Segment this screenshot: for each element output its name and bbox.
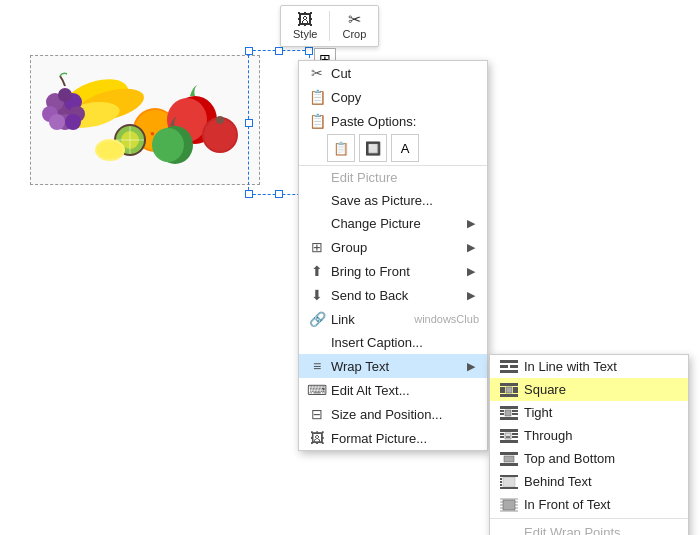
in-front-text-icon bbox=[498, 498, 520, 512]
svg-rect-37 bbox=[500, 394, 518, 397]
svg-rect-42 bbox=[500, 413, 504, 415]
submenu-inline-text[interactable]: In Line with Text bbox=[490, 355, 688, 378]
wrap-text-arrow: ▶ bbox=[467, 360, 475, 373]
paste-options-label: Paste Options: bbox=[331, 114, 475, 129]
top-bottom-label: Top and Bottom bbox=[524, 451, 676, 466]
menu-item-copy[interactable]: 📋 Copy bbox=[299, 85, 487, 109]
handle-bottom-middle[interactable] bbox=[275, 190, 283, 198]
menu-item-wrap-text[interactable]: ≡ Wrap Text ▶ In Line with Text Squa bbox=[299, 354, 487, 378]
menu-item-insert-caption[interactable]: Insert Caption... bbox=[299, 331, 487, 354]
paste-merge-formatting[interactable]: 🔲 bbox=[359, 134, 387, 162]
svg-rect-34 bbox=[500, 387, 505, 393]
watermark-text: windowsClub bbox=[414, 313, 479, 325]
svg-rect-61 bbox=[500, 487, 518, 489]
svg-rect-56 bbox=[503, 477, 515, 487]
svg-rect-33 bbox=[500, 383, 518, 386]
bring-front-label: Bring to Front bbox=[331, 264, 459, 279]
style-icon: 🖼 bbox=[297, 12, 313, 28]
svg-rect-57 bbox=[500, 475, 518, 477]
top-bottom-icon bbox=[498, 452, 520, 466]
alt-text-label: Edit Alt Text... bbox=[331, 383, 475, 398]
paste-icon: 📋 bbox=[307, 113, 327, 129]
svg-point-11 bbox=[58, 88, 72, 102]
inline-label: In Line with Text bbox=[524, 359, 676, 374]
wrap-text-icon: ≡ bbox=[307, 358, 327, 374]
inline-icon bbox=[498, 360, 520, 374]
menu-item-paste-options-label: 📋 Paste Options: bbox=[299, 109, 487, 131]
svg-rect-32 bbox=[500, 370, 518, 373]
style-button[interactable]: 🖼 Style bbox=[289, 10, 321, 42]
submenu-tight[interactable]: Tight bbox=[490, 401, 688, 424]
cut-icon: ✂ bbox=[307, 65, 327, 81]
menu-item-cut[interactable]: ✂ Cut bbox=[299, 61, 487, 85]
handle-top-left[interactable] bbox=[245, 47, 253, 55]
behind-text-label: Behind Text bbox=[524, 474, 676, 489]
menu-item-link[interactable]: 🔗 Link windowsClub bbox=[299, 307, 487, 331]
ribbon-toolbar: 🖼 Style ✂ Crop bbox=[280, 5, 379, 47]
menu-item-size-and-position[interactable]: ⊟ Size and Position... bbox=[299, 402, 487, 426]
menu-item-save-as-picture[interactable]: Save as Picture... bbox=[299, 189, 487, 212]
svg-point-9 bbox=[49, 114, 65, 130]
handle-top-middle[interactable] bbox=[275, 47, 283, 55]
svg-rect-53 bbox=[500, 452, 518, 455]
svg-rect-48 bbox=[512, 433, 518, 435]
menu-item-send-to-back[interactable]: ⬇ Send to Back ▶ bbox=[299, 283, 487, 307]
edit-wrap-label: Edit Wrap Points bbox=[524, 525, 676, 535]
menu-item-bring-to-front[interactable]: ⬆ Bring to Front ▶ bbox=[299, 259, 487, 283]
svg-rect-67 bbox=[503, 500, 515, 510]
menu-item-edit-picture: Edit Picture bbox=[299, 166, 487, 189]
submenu-through[interactable]: Through bbox=[490, 424, 688, 447]
bring-front-arrow: ▶ bbox=[467, 265, 475, 278]
bring-front-icon: ⬆ bbox=[307, 263, 327, 279]
svg-rect-39 bbox=[500, 410, 504, 412]
crop-button[interactable]: ✂ Crop bbox=[338, 10, 370, 42]
square-icon bbox=[498, 383, 520, 397]
svg-rect-60 bbox=[500, 484, 502, 486]
wrap-text-label: Wrap Text bbox=[331, 359, 459, 374]
menu-item-format-picture[interactable]: 🖼 Format Picture... bbox=[299, 426, 487, 450]
svg-rect-35 bbox=[506, 387, 512, 393]
handle-top-right[interactable] bbox=[305, 47, 313, 55]
svg-rect-36 bbox=[513, 387, 518, 393]
canvas-area: ● bbox=[0, 0, 700, 535]
copy-label: Copy bbox=[331, 90, 475, 105]
svg-rect-49 bbox=[500, 436, 504, 438]
cut-label: Cut bbox=[331, 66, 475, 81]
svg-rect-55 bbox=[500, 463, 518, 466]
svg-rect-50 bbox=[506, 436, 510, 438]
menu-item-change-picture[interactable]: Change Picture ▶ bbox=[299, 212, 487, 235]
paste-keep-text[interactable]: A bbox=[391, 134, 419, 162]
edit-picture-label: Edit Picture bbox=[331, 170, 475, 185]
fruit-image[interactable]: ● bbox=[30, 55, 260, 185]
svg-point-10 bbox=[65, 114, 81, 130]
submenu-edit-wrap-points: Edit Wrap Points bbox=[490, 521, 688, 535]
svg-rect-59 bbox=[500, 481, 502, 483]
send-back-icon: ⬇ bbox=[307, 287, 327, 303]
format-picture-icon: 🖼 bbox=[307, 430, 327, 446]
crop-icon: ✂ bbox=[348, 12, 361, 28]
menu-item-group[interactable]: ⊞ Group ▶ bbox=[299, 235, 487, 259]
style-label: Style bbox=[293, 28, 317, 40]
link-icon: 🔗 bbox=[307, 311, 327, 327]
crop-label: Crop bbox=[342, 28, 366, 40]
svg-rect-40 bbox=[505, 410, 511, 416]
paste-keep-source[interactable]: 📋 bbox=[327, 134, 355, 162]
submenu-separator-1 bbox=[490, 518, 688, 519]
submenu-in-front-text[interactable]: In Front of Text bbox=[490, 493, 688, 516]
svg-rect-30 bbox=[500, 365, 508, 368]
svg-rect-43 bbox=[512, 413, 518, 415]
handle-bottom-left[interactable] bbox=[245, 190, 253, 198]
submenu-top-bottom[interactable]: Top and Bottom bbox=[490, 447, 688, 470]
svg-rect-58 bbox=[500, 478, 502, 480]
svg-rect-46 bbox=[500, 433, 504, 435]
svg-rect-62 bbox=[500, 498, 518, 500]
svg-point-24 bbox=[216, 116, 224, 124]
submenu-behind-text[interactable]: Behind Text bbox=[490, 470, 688, 493]
submenu-square[interactable]: Square bbox=[490, 378, 688, 401]
menu-item-edit-alt-text[interactable]: ⌨ Edit Alt Text... bbox=[299, 378, 487, 402]
svg-rect-66 bbox=[500, 510, 518, 512]
format-picture-label: Format Picture... bbox=[331, 431, 475, 446]
tight-label: Tight bbox=[524, 405, 676, 420]
size-position-icon: ⊟ bbox=[307, 406, 327, 422]
svg-rect-44 bbox=[500, 417, 518, 420]
